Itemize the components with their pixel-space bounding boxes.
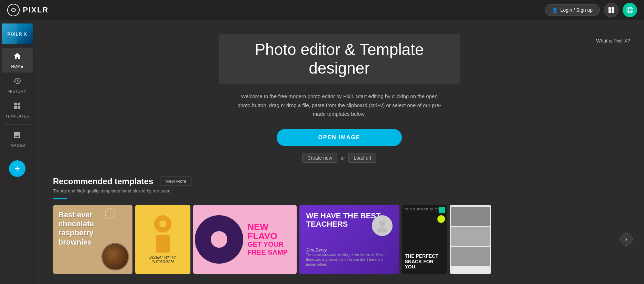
teachers-name: Jimi Bercy [306, 247, 393, 253]
film-frame-1 [451, 207, 490, 226]
templates-divider [53, 198, 67, 199]
teachers-avatar [372, 215, 393, 236]
brownies-title: Best ever chocolate raspberry brownies [59, 210, 127, 247]
burger-accent-circle [437, 215, 445, 223]
open-image-button[interactable]: OPEN IMAGE [277, 129, 402, 146]
burger-title: THE PERFECT SNACK FOR YOU. [405, 254, 444, 269]
svg-point-11 [379, 220, 385, 227]
svg-point-12 [377, 227, 387, 233]
main-layout: PIXLR X HOME HISTORY TEMPLATES IMA [0, 0, 644, 284]
burger-text-area: THE PERFECT SNACK FOR YOU. [405, 254, 444, 269]
chevron-right-icon: › [625, 236, 627, 243]
hero-title: Photo editor & Template designer [236, 40, 443, 77]
brownies-image-circle [101, 243, 129, 271]
language-button[interactable] [623, 3, 637, 17]
templates-row: Best ever chocolate raspberry brownies [53, 205, 626, 274]
svg-point-1 [12, 9, 15, 11]
pixlr-x-badge[interactable]: PIXLR X [2, 23, 33, 44]
grid-icon [608, 7, 615, 13]
load-url-button[interactable]: Load url [348, 153, 376, 163]
templates-header: Recommended templates View More [53, 177, 626, 186]
add-new-button[interactable]: + [9, 160, 26, 177]
hero-section: Photo editor & Template designer Welcome… [219, 34, 460, 163]
what-is-pixlr-link[interactable]: What is Pixlr X? [596, 38, 630, 44]
film-frame-3 [451, 247, 490, 266]
templates-subtitle: Trendy and high quality templates hand p… [53, 188, 626, 193]
donut-circle-container [193, 205, 245, 274]
plus-icon: + [14, 163, 20, 174]
donut-text-line1: NEW FLAVO [248, 223, 294, 240]
instagram-bottle [156, 235, 170, 253]
create-new-button[interactable]: Create new [302, 153, 337, 163]
burger-shop-label: THE BURGER SHOP [405, 208, 440, 211]
templates-next-button[interactable]: › [620, 233, 633, 246]
donut-text-area: NEW FLAVO GET YOUR FREE SAMP [245, 205, 297, 274]
sidebar-item-home[interactable]: HOME [2, 48, 33, 73]
sidebar-label-home: HOME [11, 64, 23, 68]
history-icon [13, 77, 21, 87]
login-signup-button[interactable]: 👤 Login / Sign up [545, 4, 600, 16]
secondary-actions: Create new or Load url [302, 153, 376, 163]
instagram-content: INSERT WITTY INSTAGRAM [135, 205, 190, 274]
svg-rect-5 [612, 10, 614, 13]
film-frame-2 [451, 227, 490, 246]
logo-text: PIXLR [23, 6, 49, 15]
instagram-text: INSERT WITTY INSTAGRAM [139, 255, 187, 264]
instagram-deco [154, 215, 171, 233]
images-icon [13, 131, 21, 141]
home-icon [13, 52, 21, 62]
brownies-deco-circle [105, 208, 115, 219]
topbar-right: 👤 Login / Sign up [545, 3, 637, 17]
main-content: What is Pixlr X? Photo editor & Template… [34, 20, 644, 284]
globe-icon [626, 6, 634, 14]
user-icon: 👤 [552, 7, 558, 13]
donut-shape [195, 215, 243, 264]
sidebar-item-templates[interactable]: TEMPLATES [2, 97, 33, 122]
film-content [450, 205, 491, 274]
login-label: Login / Sign up [561, 7, 593, 13]
view-more-button[interactable]: View More [160, 177, 191, 186]
apps-button[interactable] [604, 3, 618, 17]
burger-logo-icon [439, 207, 445, 213]
sidebar: PIXLR X HOME HISTORY TEMPLATES IMA [0, 20, 34, 284]
templates-icon [13, 102, 21, 112]
sidebar-item-images[interactable]: IMAGES [2, 127, 33, 152]
svg-rect-2 [608, 7, 611, 10]
svg-rect-4 [608, 10, 611, 13]
sidebar-divider-2 [3, 154, 31, 154]
hero-title-box: Photo editor & Template designer [219, 34, 460, 84]
sidebar-label-images: IMAGES [9, 143, 25, 148]
donut-hole [211, 231, 227, 248]
sidebar-label-history: HISTORY [8, 89, 26, 93]
donut-text-line2: GET YOUR [248, 240, 294, 248]
hero-subtitle: Welcome to the free modern photo editor … [236, 92, 443, 119]
template-card-teachers[interactable]: WE HAVE THE BEST TEACHERS Jimi Bercy Two… [299, 205, 399, 274]
logo[interactable]: PIXLR [7, 3, 49, 17]
donut-text-line3: FREE SAMP [248, 248, 294, 256]
teachers-bottom: Jimi Bercy Two musicians were walking do… [306, 247, 393, 267]
svg-rect-3 [612, 7, 614, 10]
template-card-film[interactable] [450, 205, 491, 274]
sidebar-divider [3, 124, 31, 125]
template-card-donut[interactable]: NEW FLAVO GET YOUR FREE SAMP [193, 205, 297, 274]
templates-section: Recommended templates View More Trendy a… [46, 177, 633, 274]
template-card-burger[interactable]: THE BURGER SHOP THE PERFECT SNACK FOR YO… [402, 205, 447, 274]
teachers-content: WE HAVE THE BEST TEACHERS Jimi Bercy Two… [299, 205, 399, 274]
teachers-description: Two musicians were walking down the stre… [306, 253, 393, 267]
or-text: or [341, 155, 345, 161]
templates-title: Recommended templates [53, 177, 153, 186]
template-card-brownies[interactable]: Best ever chocolate raspberry brownies [53, 205, 132, 274]
sidebar-item-history[interactable]: HISTORY [2, 73, 33, 97]
pixlr-logo-icon [7, 3, 20, 17]
template-card-instagram[interactable]: INSERT WITTY INSTAGRAM [135, 205, 190, 274]
sidebar-label-templates: TEMPLATES [5, 114, 29, 118]
topbar: PIXLR 👤 Login / Sign up [0, 0, 644, 20]
